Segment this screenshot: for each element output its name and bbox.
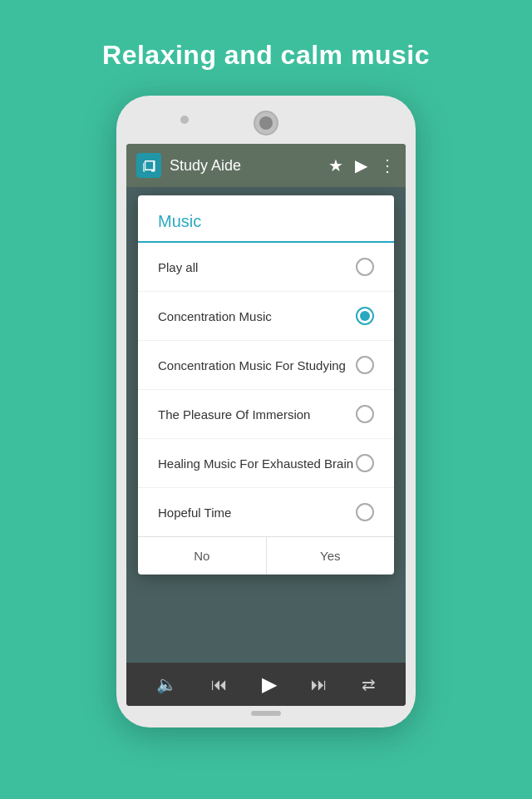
dialog-item[interactable]: Hopeful Time [138, 488, 394, 536]
dialog-title: Music [138, 195, 394, 243]
music-dialog: Music Play allConcentration MusicConcent… [138, 195, 394, 575]
phone-screen: Study Aide ★ ▶ ⋮ Music Play allConcentra… [126, 144, 406, 706]
dialog-buttons: No Yes [138, 536, 394, 575]
dialog-item-label: Hopeful Time [158, 506, 356, 520]
book-icon [141, 158, 156, 173]
app-bar-icons: ★ ▶ ⋮ [328, 155, 396, 175]
phone-bottom [126, 706, 406, 718]
app-logo [136, 153, 161, 178]
dialog-item[interactable]: The Pleasure Of Immersion [138, 390, 394, 439]
more-icon[interactable]: ⋮ [379, 155, 396, 175]
dialog-item-label: Play all [158, 260, 356, 274]
radio-button[interactable] [356, 258, 374, 276]
cancel-button[interactable]: No [138, 537, 267, 575]
app-bar: Study Aide ★ ▶ ⋮ [126, 144, 406, 187]
shuffle-icon[interactable]: ⇄ [362, 674, 376, 694]
dialog-item-label: The Pleasure Of Immersion [158, 407, 356, 422]
dialog-item-label: Healing Music For Exhausted Brain [158, 456, 356, 471]
dialog-item[interactable]: Concentration Music For Studying [138, 341, 394, 390]
app-title: Study Aide [170, 157, 328, 175]
phone-camera [254, 111, 278, 136]
dialog-item[interactable]: Play all [138, 243, 394, 292]
radio-button[interactable] [356, 503, 374, 521]
phone-shell: Study Aide ★ ▶ ⋮ Music Play allConcentra… [116, 96, 416, 727]
page-headline: Relaxing and calm music [102, 40, 430, 71]
screen-background: Music Play allConcentration MusicConcent… [126, 187, 406, 663]
play-icon[interactable]: ▶ [355, 155, 367, 175]
radio-button[interactable] [356, 454, 374, 472]
radio-button[interactable] [356, 307, 374, 325]
radio-button[interactable] [356, 405, 374, 423]
skip-back-icon[interactable]: ⏮ [211, 675, 228, 694]
skip-forward-icon[interactable]: ⏭ [311, 675, 328, 694]
radio-button[interactable] [356, 356, 374, 374]
confirm-button[interactable]: Yes [267, 537, 395, 575]
dialog-item[interactable]: Concentration Music [138, 292, 394, 341]
star-icon[interactable]: ★ [328, 155, 343, 175]
volume-icon[interactable]: 🔈 [156, 674, 177, 694]
dialog-list[interactable]: Play allConcentration MusicConcentration… [138, 243, 394, 536]
home-button[interactable] [251, 711, 281, 716]
dialog-item[interactable]: Healing Music For Exhausted Brain [138, 439, 394, 488]
phone-camera-inner [259, 116, 273, 130]
dialog-item-label: Concentration Music For Studying [158, 358, 356, 372]
play-pause-icon[interactable]: ▶ [262, 673, 277, 696]
phone-top-bar [126, 106, 406, 144]
dialog-item-label: Concentration Music [158, 309, 356, 323]
player-bar: 🔈 ⏮ ▶ ⏭ ⇄ [126, 663, 406, 706]
phone-speaker [180, 116, 189, 124]
